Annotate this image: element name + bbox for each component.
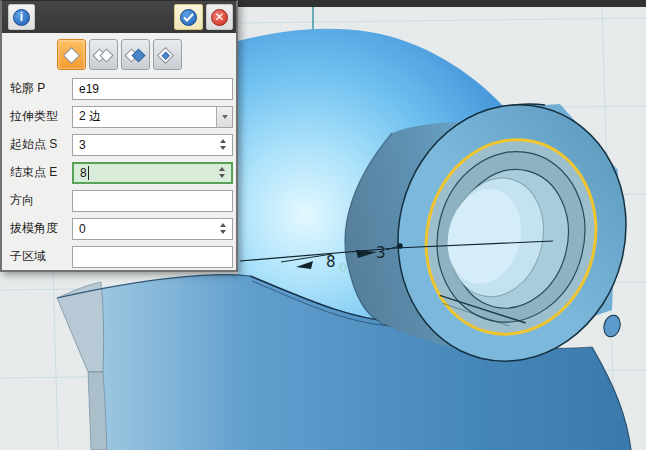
info-icon: i (13, 9, 30, 26)
extrude-type-toolbar (2, 33, 236, 70)
field-row-subregion: 子区域 (10, 245, 233, 268)
field-row-start-point: 起始点 S 3 (10, 133, 233, 156)
extrude-fields: 轮廓 P e19 拉伸类型 2 边 起始点 S 3 (2, 70, 236, 268)
extrude-type-label: 拉伸类型 (10, 108, 72, 125)
spin-up-icon[interactable] (219, 167, 225, 171)
start-point-label: 起始点 S (10, 136, 72, 153)
extrude-type-select[interactable]: 2 边 (72, 106, 233, 128)
draft-angle-spinner[interactable]: 0 (72, 218, 233, 240)
subregion-input[interactable] (72, 246, 233, 268)
start-point-spinner[interactable]: 3 (72, 134, 233, 156)
field-row-direction: 方向 (10, 189, 233, 212)
profile-label: 轮廓 P (10, 80, 72, 97)
field-row-extrude-type: 拉伸类型 2 边 (10, 105, 233, 128)
chevron-down-icon[interactable] (216, 107, 232, 127)
subregion-label: 子区域 (10, 248, 72, 265)
spin-up-icon[interactable] (220, 223, 226, 227)
spin-up-icon[interactable] (220, 139, 226, 143)
end-point-label: 结束点 E (10, 164, 72, 181)
diamond-intersect-icon (155, 44, 179, 66)
field-row-draft-angle: 拔模角度 0 (10, 217, 233, 240)
text-caret (88, 166, 89, 180)
extrude-type-cut-button[interactable] (121, 39, 150, 70)
app-window: 8 0 3 i ✕ (0, 0, 646, 450)
dimension-label-start: 3 (376, 244, 386, 262)
check-icon (180, 9, 197, 26)
diamond-cut-icon (123, 44, 147, 66)
spinner-arrows[interactable] (217, 219, 229, 239)
profile-input[interactable]: e19 (72, 78, 233, 100)
extrude-type-add-button[interactable] (89, 39, 118, 70)
extrude-type-solid-button[interactable] (57, 39, 86, 70)
model-flange-band-lower[interactable] (88, 372, 107, 450)
field-row-profile: 轮廓 P e19 (10, 77, 233, 100)
diamond-add-icon (91, 44, 115, 66)
close-button[interactable]: ✕ (206, 4, 233, 30)
extrude-type-intersect-button[interactable] (153, 39, 182, 70)
spin-down-icon[interactable] (219, 174, 225, 178)
spin-down-icon[interactable] (220, 230, 226, 234)
close-icon: ✕ (211, 9, 228, 26)
draft-angle-label: 拔模角度 (10, 220, 72, 237)
spinner-arrows[interactable] (217, 135, 229, 155)
spinner-arrows[interactable] (216, 164, 228, 182)
spin-down-icon[interactable] (220, 146, 226, 150)
field-row-end-point: 结束点 E 8 (10, 161, 233, 184)
extrude-dialog: i ✕ (0, 0, 238, 272)
dimension-label-end: 8 (326, 253, 336, 271)
ok-button[interactable] (174, 4, 203, 30)
dialog-titlebar[interactable]: i ✕ (2, 1, 236, 33)
direction-label: 方向 (10, 192, 72, 209)
direction-input[interactable] (72, 190, 233, 212)
end-point-spinner[interactable]: 8 (72, 162, 233, 184)
info-button[interactable]: i (8, 4, 35, 30)
diamond-solid-icon (60, 44, 82, 66)
dimension-label-origin: 0 (339, 260, 347, 275)
